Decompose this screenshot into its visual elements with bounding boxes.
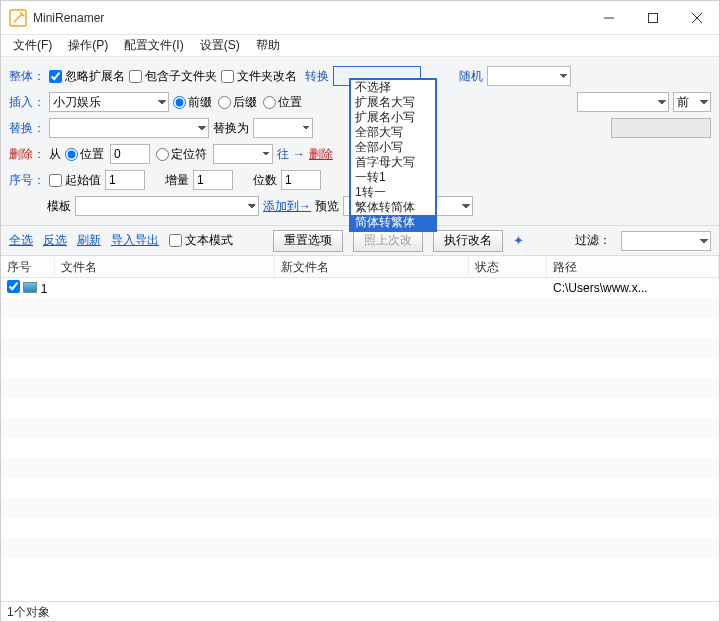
col-newname[interactable]: 新文件名	[275, 256, 469, 277]
col-path[interactable]: 路径	[547, 256, 719, 277]
window-buttons	[587, 1, 719, 34]
dd-item[interactable]: 简体转繁体	[351, 215, 435, 230]
svg-rect-2	[649, 13, 658, 22]
select-replace-from[interactable]	[49, 118, 209, 138]
radioset-insert-pos: 前缀 后缀 位置	[173, 94, 302, 111]
checkbox-folder-rename[interactable]: 文件夹改名	[221, 68, 297, 85]
cell-path: C:\Users\www.x...	[547, 281, 719, 295]
label-zengliang: 增量	[165, 172, 189, 189]
input-increment[interactable]	[193, 170, 233, 190]
radioset-delete-mode: 位置 定位符	[65, 144, 273, 164]
link-importexport[interactable]: 导入导出	[111, 232, 159, 249]
dd-item[interactable]: 扩展名小写	[351, 110, 435, 125]
file-grid: 序号 文件名 新文件名 状态 路径 1 C:\Users\www.x...	[1, 256, 719, 601]
label-yulan: 预览	[315, 198, 339, 215]
label-weishu: 位数	[253, 172, 277, 189]
button-execute[interactable]: 执行改名	[433, 230, 503, 252]
checkbox-startval[interactable]: 起始值	[49, 172, 101, 189]
menu-operate[interactable]: 操作(P)	[60, 35, 116, 56]
select-replace-mode[interactable]	[611, 118, 711, 138]
label-suiji: 随机	[459, 68, 483, 85]
select-random[interactable]	[487, 66, 571, 86]
input-startval[interactable]	[105, 170, 145, 190]
maximize-button[interactable]	[631, 1, 675, 34]
label-zhengti: 整体：	[9, 68, 45, 85]
dd-item[interactable]: 繁体转简体	[351, 200, 435, 215]
dd-item[interactable]: 全部小写	[351, 140, 435, 155]
link-invert[interactable]: 反选	[43, 232, 67, 249]
menu-settings[interactable]: 设置(S)	[192, 35, 248, 56]
radio-suffix[interactable]: 后缀	[218, 94, 257, 111]
menubar: 文件(F) 操作(P) 配置文件(I) 设置(S) 帮助	[1, 35, 719, 57]
radio-del-position[interactable]: 位置	[65, 146, 104, 163]
select-template[interactable]	[75, 196, 259, 216]
table-row[interactable]: 1 C:\Users\www.x...	[1, 278, 719, 298]
col-index[interactable]: 序号	[1, 256, 55, 277]
titlebar: MiniRenamer	[1, 1, 719, 35]
radio-prefix[interactable]: 前缀	[173, 94, 212, 111]
label-shanchu: 删除：	[9, 146, 45, 163]
file-thumb-icon	[23, 282, 37, 293]
select-replace-to[interactable]	[253, 118, 313, 138]
input-del-pos[interactable]	[110, 144, 150, 164]
label-tihuanwei: 替换为	[213, 120, 249, 137]
dd-item[interactable]: 1转一	[351, 185, 435, 200]
arrow-icon: →	[293, 147, 305, 161]
checkbox-textmode[interactable]: 文本模式	[169, 232, 233, 249]
label-guolv: 过滤：	[575, 232, 611, 249]
grid-body: 1 C:\Users\www.x...	[1, 278, 719, 578]
select-insert-side[interactable]: 前	[673, 92, 711, 112]
minimize-button[interactable]	[587, 1, 631, 34]
link-addto[interactable]: 添加到→	[263, 198, 311, 215]
menu-file[interactable]: 文件(F)	[5, 35, 60, 56]
pin-icon[interactable]: ✦	[513, 233, 524, 248]
label-cong: 从	[49, 146, 61, 163]
col-filename[interactable]: 文件名	[55, 256, 275, 277]
button-repeat[interactable]: 照上次改	[353, 230, 423, 252]
checkbox-subfolder[interactable]: 包含子文件夹	[129, 68, 217, 85]
label-wang: 往	[277, 146, 289, 163]
label-charu: 插入：	[9, 94, 45, 111]
link-delete[interactable]: 删除	[309, 146, 333, 163]
label-tihuan: 替换：	[9, 120, 45, 137]
dd-item[interactable]: 全部大写	[351, 125, 435, 140]
cell-num: 1	[41, 282, 48, 296]
close-button[interactable]	[675, 1, 719, 34]
link-selectall[interactable]: 全选	[9, 232, 33, 249]
app-logo-icon	[9, 9, 27, 27]
radio-position[interactable]: 位置	[263, 94, 302, 111]
input-digits[interactable]	[281, 170, 321, 190]
select-del-locator[interactable]	[213, 144, 273, 164]
window-title: MiniRenamer	[33, 11, 587, 25]
dd-item[interactable]: 首字母大写	[351, 155, 435, 170]
row-checkbox[interactable]	[7, 280, 20, 293]
dd-item[interactable]: 不选择	[351, 80, 435, 95]
link-refresh[interactable]: 刷新	[77, 232, 101, 249]
cell-index: 1	[1, 280, 55, 296]
label-zhuanhuan: 转换	[305, 68, 329, 85]
checkbox-ignore-ext[interactable]: 忽略扩展名	[49, 68, 125, 85]
grid-header: 序号 文件名 新文件名 状态 路径	[1, 256, 719, 278]
dd-item[interactable]: 扩展名大写	[351, 95, 435, 110]
select-filter[interactable]	[621, 231, 711, 251]
select-insert-extra[interactable]	[577, 92, 669, 112]
select-insert-text[interactable]: 小刀娱乐	[49, 92, 169, 112]
dd-item[interactable]: 一转1	[351, 170, 435, 185]
label-xuhao: 序号：	[9, 172, 45, 189]
button-reset[interactable]: 重置选项	[273, 230, 343, 252]
label-muban: 模板	[47, 198, 71, 215]
statusbar: 1个对象	[1, 601, 719, 621]
convert-dropdown-list[interactable]: 不选择 扩展名大写 扩展名小写 全部大写 全部小写 首字母大写 一转1 1转一 …	[349, 78, 437, 232]
menu-help[interactable]: 帮助	[248, 35, 288, 56]
radio-del-locator[interactable]: 定位符	[156, 146, 207, 163]
menu-config[interactable]: 配置文件(I)	[116, 35, 191, 56]
col-status[interactable]: 状态	[469, 256, 547, 277]
